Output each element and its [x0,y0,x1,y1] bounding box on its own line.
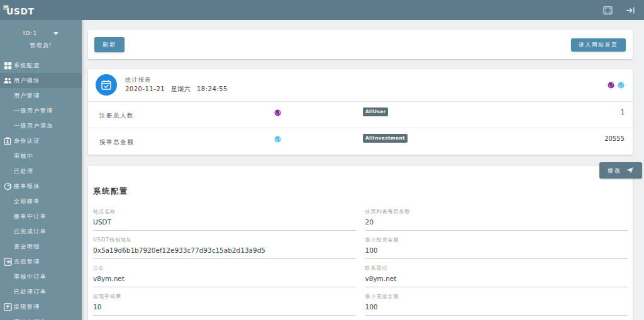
field-label: 公告 [93,265,356,272]
stat-row: 注册总人数AllUser1 [88,101,633,128]
field-input[interactable]: 100 [365,246,628,259]
sidebar-item-label: 系统配置 [14,62,40,70]
sidebar-item-label: 身份认证 [14,137,40,145]
field-label: 站点名称 [93,208,356,215]
field-label: 分页列表每页条数 [365,208,628,215]
globe-purple-icon [608,79,614,91]
submit-label: 修改 [608,167,621,175]
grid-icon [3,61,12,70]
stats-card: 统计报表 2020-11-21 星期六 18:24:55 注册总人数AllUse… [88,69,633,155]
field-input[interactable]: v8ym.net [365,275,628,287]
user-role: 管理员! [0,41,82,50]
sidebar-item[interactable]: 身份认证 [0,133,82,148]
refresh-button[interactable]: 刷新 [94,37,125,52]
sidebar-item-label: 提现管理 [14,303,40,311]
sidebar-item[interactable]: 用户管理 [0,88,82,103]
sidebar-item[interactable]: 已处理 [0,163,82,179]
sidebar-item-label: 审核中订单 [14,318,47,320]
logout-icon[interactable] [625,5,635,15]
users-icon [3,76,12,85]
sidebar-item[interactable]: 系统配置 [0,58,82,73]
sidebar-item[interactable]: 审核中订单 [0,269,82,284]
sidebar-item[interactable]: 接单中订单 [0,209,82,224]
sidebar-item[interactable]: 资金明细 [0,239,82,254]
sidebar-item-label: 接单模块 [14,182,40,190]
sidebar-item-label: 全部接单 [14,197,40,206]
sidebar-item-label: 充值管理 [14,258,40,266]
stat-badge: AllUser [363,108,388,116]
stats-title: 统计报表 [125,76,152,84]
sidebar: ID:1 管理员! 系统配置用户模块用户管理一级用户管理一级用户添加身份认证审核… [0,20,82,320]
field-input[interactable]: v8ym.net [93,275,356,287]
submit-button[interactable]: 修改 [599,162,642,179]
logo-text: USDT [6,6,35,16]
field-label: 提现手续费 [93,293,356,300]
go-to-site-home-button[interactable]: 进入网站首页 [571,38,626,52]
stats-card-header: 统计报表 2020-11-21 星期六 18:24:55 [88,69,633,101]
top-header: USDT [0,0,644,20]
form-field: 最小投资金额100 [365,236,628,259]
user-dropdown[interactable]: ID:1 [0,30,82,36]
form-field: USDT钱包地址0x5a19d6b1b7920ef12e933c77d93c15… [93,236,356,259]
sidebar-menu: 系统配置用户模块用户管理一级用户管理一级用户添加身份认证审核中已处理接单模块全部… [0,58,82,320]
globe-purple-icon [274,107,281,119]
form-title: 系统配置 [93,186,628,197]
field-input[interactable]: 20 [365,218,628,231]
id-card-icon [3,136,12,145]
stat-value: 1 [621,109,625,116]
send-icon [626,167,634,175]
form-field: 联系我们v8ym.net [365,265,628,287]
sidebar-item[interactable]: 充值管理 [0,254,82,269]
sidebar-item[interactable]: 接单模块 [0,179,82,194]
globe-blue-icon [618,79,625,91]
globe-blue-icon [274,133,281,145]
sidebar-item[interactable]: 已处理订单 [0,284,82,299]
stat-label: 接单总金额 [99,138,134,146]
withdraw-icon [3,302,12,311]
sidebar-item[interactable]: 一级用户添加 [0,118,82,133]
sidebar-item[interactable]: 审核中订单 [0,314,82,320]
sidebar-item-label: 已处理 [14,167,34,175]
sidebar-user-block: ID:1 管理员! [0,20,82,57]
sidebar-item[interactable]: 审核中 [0,148,82,163]
calendar-check-icon [96,74,117,96]
stat-badge: AllInvestment [363,134,408,143]
toolbar-card: 刷新 进入网站首页 [88,30,633,59]
stat-value: 20555 [604,135,625,142]
stats-rows: 注册总人数AllUser1接单总金额AllInvestment20555 [88,101,633,154]
sidebar-item-label: 接单中订单 [14,212,47,221]
fullscreen-icon[interactable] [602,5,613,15]
field-input[interactable]: 100 [365,303,628,316]
spiral-icon [3,182,12,190]
form-fields: 站点名称USDT分页列表每页条数20USDT钱包地址0x5a19d6b1b792… [93,208,628,320]
form-field: 公告v8ym.net [93,265,356,287]
deposit-icon [3,257,12,266]
sidebar-item-label: 资金明细 [14,243,40,251]
sidebar-item-label: 用户模块 [14,77,40,85]
user-id: ID:1 [23,30,37,36]
field-label: 最小充值金额 [365,293,628,300]
sidebar-item[interactable]: 用户模块 [0,73,82,88]
stats-datetime: 2020-11-21 星期六 18:24:55 [125,85,228,94]
sidebar-item-label: 一级用户管理 [14,107,53,115]
field-label: 联系我们 [365,265,628,272]
stats-header-icons [608,79,625,91]
sidebar-item[interactable]: 已完成订单 [0,224,82,239]
form-field: 站点名称USDT [93,208,356,231]
form-field: 分页列表每页条数20 [365,208,628,231]
sidebar-item-label: 一级用户添加 [14,122,53,130]
field-input[interactable]: 10 [93,303,356,316]
stat-row: 接单总金额AllInvestment20555 [88,128,633,154]
sidebar-item-label: 已处理订单 [14,288,47,296]
sidebar-item[interactable]: 一级用户管理 [0,103,82,118]
sidebar-item-label: 审核中 [14,152,34,160]
sidebar-item[interactable]: 全部接单 [0,194,82,209]
stat-label: 注册总人数 [99,112,134,120]
field-input[interactable]: 0x5a19d6b1b7920ef12e933c77d93c15ab2d13a9… [93,246,356,259]
sidebar-item[interactable]: 提现管理 [0,299,82,314]
sidebar-item-label: 已完成订单 [14,228,47,236]
field-input[interactable]: USDT [93,218,356,231]
sidebar-item-label: 审核中订单 [14,273,47,281]
field-label: USDT钱包地址 [93,236,356,243]
field-label: 最小投资金额 [365,236,628,243]
